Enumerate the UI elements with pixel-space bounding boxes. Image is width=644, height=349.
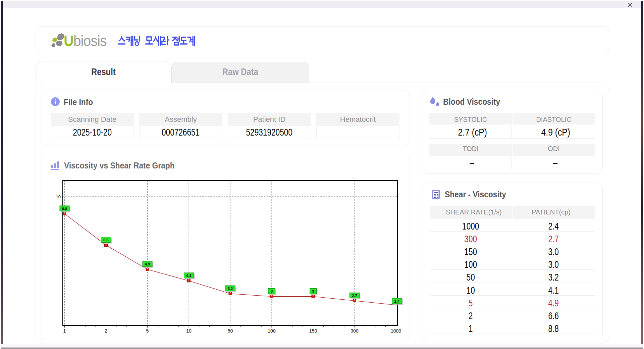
- svg-text:3: 3: [271, 289, 273, 293]
- svg-text:100: 100: [268, 328, 276, 334]
- svg-text:1000: 1000: [391, 328, 401, 334]
- svg-text:10: 10: [186, 328, 192, 334]
- svg-text:50: 50: [228, 328, 233, 334]
- svg-text:5: 5: [146, 328, 149, 334]
- svg-text:8.8: 8.8: [62, 207, 67, 211]
- svg-text:2: 2: [105, 328, 107, 334]
- svg-text:1: 1: [63, 328, 66, 334]
- svg-text:10: 10: [56, 194, 61, 199]
- svg-text:6.6: 6.6: [103, 238, 108, 242]
- svg-text:3: 3: [312, 289, 314, 293]
- svg-text:2.4: 2.4: [394, 299, 400, 303]
- svg-text:300: 300: [351, 328, 359, 334]
- svg-text:3.2: 3.2: [228, 287, 233, 291]
- svg-text:4.9: 4.9: [145, 262, 150, 266]
- svg-text:2.7: 2.7: [352, 294, 357, 298]
- svg-text:150: 150: [309, 328, 317, 334]
- svg-text:4.1: 4.1: [186, 273, 191, 278]
